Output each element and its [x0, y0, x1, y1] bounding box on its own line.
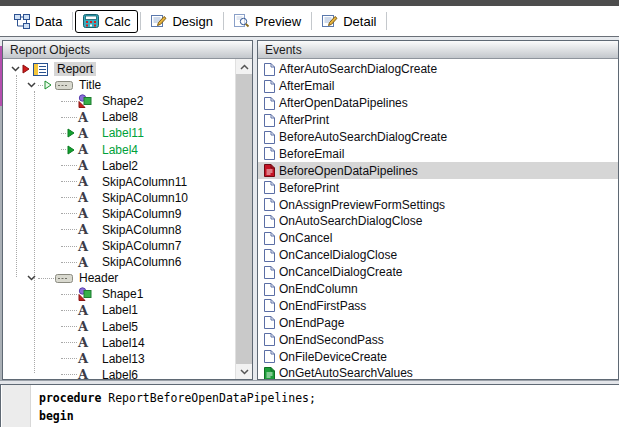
event-item[interactable]: OnEndFirstPass: [258, 297, 618, 314]
tree-connector: [61, 310, 77, 311]
tree-item[interactable]: Report: [3, 61, 235, 77]
event-item[interactable]: OnCancel: [258, 230, 618, 247]
event-blank-icon: [264, 80, 279, 93]
tree-connector: [61, 374, 77, 375]
event-item[interactable]: OnEndColumn: [258, 281, 618, 298]
events-list: AfterAutoSearchDialogCreateAfterEmailAft…: [258, 59, 618, 379]
tab-data[interactable]: Data: [6, 11, 70, 32]
tree-item[interactable]: ALabel5: [3, 319, 235, 335]
chevron-down-icon[interactable]: [9, 66, 22, 72]
tree-item[interactable]: ASkipAColumn8: [3, 222, 235, 238]
tab-design[interactable]: Design: [143, 11, 220, 32]
code-editor[interactable]: procedure ReportBeforeOpenDataPipelines;…: [0, 384, 619, 427]
tree-item[interactable]: Title: [3, 77, 235, 93]
event-blank-icon: [264, 198, 279, 211]
event-item[interactable]: BeforeEmail: [258, 145, 618, 162]
label-icon: A: [78, 336, 99, 349]
tree-item-label: SkipAColumn9: [99, 207, 184, 221]
page-edit-icon: [151, 14, 167, 28]
tree-item-label: Label11: [99, 126, 147, 140]
tree-item[interactable]: Header: [3, 270, 235, 286]
tree-item-label: SkipAColumn7: [99, 239, 184, 253]
label-icon: A: [78, 111, 99, 124]
tree-item[interactable]: Shape1: [3, 286, 235, 302]
page-edit-icon: [322, 14, 338, 28]
tree-item[interactable]: ALabel6: [3, 367, 235, 379]
code-line: begin: [39, 407, 316, 425]
tree-item-label: Label13: [99, 352, 148, 366]
tree-item[interactable]: ASkipAColumn10: [3, 190, 235, 206]
tab-separator: [386, 12, 387, 30]
tree-item[interactable]: ALabel14: [3, 335, 235, 351]
tree-item[interactable]: ALabel2: [3, 158, 235, 174]
band-icon: [55, 81, 76, 90]
event-blank-icon: [264, 215, 279, 228]
scroll-up-button[interactable]: [236, 59, 252, 74]
chevron-up-icon: [240, 64, 249, 70]
tree-item-label: SkipAColumn8: [99, 223, 184, 237]
event-item[interactable]: OnCancelDialogCreate: [258, 264, 618, 281]
event-item[interactable]: BeforePrint: [258, 179, 618, 196]
tree-item[interactable]: ASkipAColumn7: [3, 238, 235, 254]
report-icon: [33, 63, 54, 76]
tree-item-label: Shape2: [99, 94, 146, 108]
event-item[interactable]: AfterEmail: [258, 78, 618, 95]
event-blank-icon: [264, 266, 279, 279]
event-item[interactable]: OnGetAutoSearchValues: [258, 365, 618, 379]
tree-item-label: Shape1: [99, 287, 146, 301]
tree-item[interactable]: ALabel13: [3, 351, 235, 367]
tree-connector: [61, 133, 66, 134]
report-objects-tree: ReportTitleShape2ALabel8ALabel11ALabel4A…: [3, 59, 235, 379]
tree-connector: [61, 246, 77, 247]
event-blank-icon: [264, 316, 279, 329]
green-arrow-icon: [67, 128, 78, 138]
event-item[interactable]: BeforeOpenDataPipelines: [258, 162, 618, 179]
calculator-icon: [83, 14, 99, 28]
event-item[interactable]: OnCancelDialogClose: [258, 247, 618, 264]
tab-separator: [72, 12, 73, 30]
tab-calc[interactable]: Calc: [75, 10, 138, 33]
label-icon: A: [78, 368, 99, 379]
tree-connector: [38, 85, 43, 86]
tree-item[interactable]: ASkipAColumn6: [3, 254, 235, 270]
tree-connector: [61, 213, 77, 214]
page-preview-icon: [234, 14, 250, 28]
tree-item[interactable]: ALabel8: [3, 109, 235, 125]
label-icon: A: [78, 304, 99, 317]
event-item[interactable]: OnFileDeviceCreate: [258, 348, 618, 365]
event-item[interactable]: OnEndPage: [258, 314, 618, 331]
tab-separator: [311, 12, 312, 30]
scroll-down-button[interactable]: [236, 364, 252, 379]
tree-item-label: Label2: [99, 159, 141, 173]
tree-item-label: Label4: [99, 143, 141, 157]
event-item[interactable]: AfterPrint: [258, 112, 618, 129]
event-item[interactable]: OnAssignPreviewFormSettings: [258, 196, 618, 213]
event-item[interactable]: BeforeAutoSearchDialogCreate: [258, 129, 618, 146]
tree-item-label: Label8: [99, 110, 141, 124]
event-blank-icon: [264, 131, 279, 144]
tree-item-label: Label6: [99, 368, 141, 379]
chevron-down-icon[interactable]: [25, 82, 38, 88]
tree-item[interactable]: ASkipAColumn11: [3, 174, 235, 190]
event-item[interactable]: AfterOpenDataPipelines: [258, 95, 618, 112]
tree-scrollbar-track[interactable]: [236, 74, 252, 364]
tree-item[interactable]: ALabel11: [3, 125, 235, 141]
tab-detail[interactable]: Detail: [314, 11, 384, 32]
event-item[interactable]: OnEndSecondPass: [258, 331, 618, 348]
event-item[interactable]: AfterAutoSearchDialogCreate: [258, 61, 618, 78]
event-label: OnEndPage: [279, 316, 344, 330]
event-item[interactable]: OnAutoSearchDialogClose: [258, 213, 618, 230]
label-icon: A: [78, 223, 99, 236]
tree-item[interactable]: ALabel1: [3, 302, 235, 318]
chevron-down-icon: [240, 369, 249, 375]
report-objects-panel: Report Objects ReportTitleShape2ALabel8A…: [2, 40, 253, 380]
tree-item[interactable]: ASkipAColumn9: [3, 206, 235, 222]
tree-item[interactable]: ALabel4: [3, 141, 235, 157]
chevron-down-icon[interactable]: [25, 275, 38, 281]
tree-scrollbar[interactable]: [235, 59, 252, 379]
code-gutter: [2, 385, 31, 427]
tree-item[interactable]: Shape2: [3, 93, 235, 109]
tab-preview[interactable]: Preview: [226, 11, 309, 32]
code-lines[interactable]: procedure ReportBeforeOpenDataPipelines;…: [39, 389, 316, 425]
red-arrow-icon: [22, 64, 33, 74]
